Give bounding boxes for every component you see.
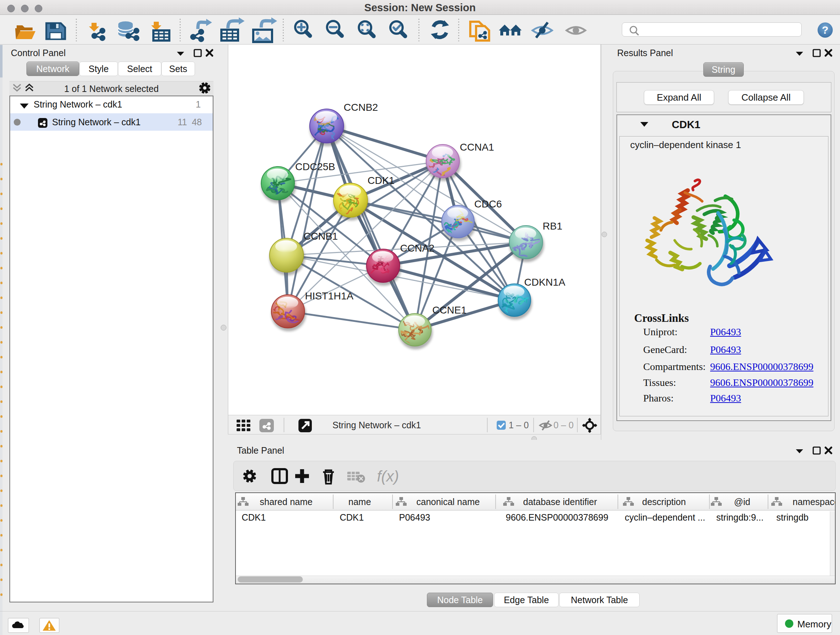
svg-text:CCNA1: CCNA1 <box>460 141 494 153</box>
svg-text:HIST1H1A: HIST1H1A <box>305 290 354 302</box>
svg-text:CDKN1A: CDKN1A <box>524 277 565 288</box>
svg-text:namespace: namespace <box>793 497 835 507</box>
svg-text:CCNE1: CCNE1 <box>432 304 467 316</box>
svg-text:0 – 0: 0 – 0 <box>554 420 574 430</box>
svg-text:f(x): f(x) <box>377 468 399 485</box>
svg-text:canonical name: canonical name <box>416 497 480 507</box>
svg-text:CDK1: CDK1 <box>368 175 395 186</box>
svg-text:String Network – cdk1: String Network – cdk1 <box>332 420 421 430</box>
svg-text:CCNB2: CCNB2 <box>344 102 378 113</box>
svg-text:database identifier: database identifier <box>523 497 597 507</box>
svg-text:name: name <box>348 497 371 507</box>
svg-text:shared name: shared name <box>260 497 313 507</box>
svg-text:description: description <box>642 497 686 507</box>
svg-text:CCNB1: CCNB1 <box>303 231 338 242</box>
svg-text:CCNA2: CCNA2 <box>400 242 434 254</box>
svg-text:1 – 0: 1 – 0 <box>508 420 529 430</box>
svg-text:RB1: RB1 <box>543 220 562 232</box>
svg-text:@id: @id <box>734 497 750 507</box>
svg-text:CDC6: CDC6 <box>474 198 502 210</box>
svg-text:CDC25B: CDC25B <box>295 161 335 172</box>
